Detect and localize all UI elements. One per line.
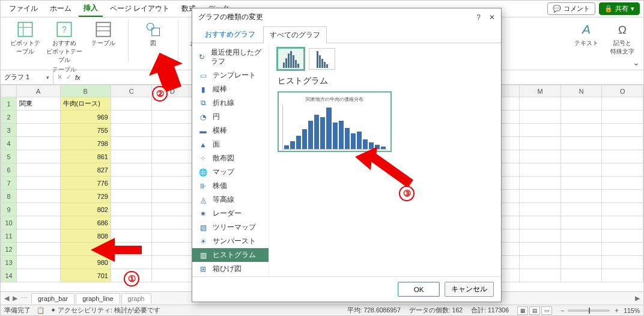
dialog-ok-button[interactable]: OK	[398, 282, 440, 297]
sheet-tab[interactable]: graph_line	[76, 293, 120, 303]
cell[interactable]	[17, 243, 61, 256]
cell[interactable]	[152, 177, 193, 190]
menu-home[interactable]: ホーム	[45, 1, 76, 16]
cell[interactable]	[520, 190, 561, 203]
cell[interactable]	[152, 163, 193, 177]
cell[interactable]	[602, 190, 643, 203]
cell[interactable]	[111, 124, 151, 137]
chart-category-item[interactable]: ☀サンバースト	[192, 234, 269, 248]
cell[interactable]: 802	[60, 203, 111, 216]
row-header[interactable]: 14	[1, 269, 17, 282]
status-accessibility[interactable]: ✦ アクセシビリティ: 検討が必要です	[50, 306, 160, 315]
cell[interactable]	[111, 203, 151, 216]
cell[interactable]	[561, 203, 602, 216]
cell[interactable]: 808	[60, 229, 111, 243]
cell[interactable]	[561, 97, 602, 111]
cell[interactable]: 827	[60, 163, 111, 177]
cell[interactable]	[520, 97, 561, 111]
cancel-formula-icon[interactable]: ✕	[57, 73, 62, 81]
sheet-tab[interactable]: graph	[121, 293, 151, 303]
chart-category-item[interactable]: 🌐マップ	[192, 165, 269, 179]
cell[interactable]	[152, 269, 193, 282]
row-header[interactable]: 8	[1, 190, 17, 203]
cell[interactable]	[561, 177, 602, 190]
cell[interactable]	[520, 137, 561, 150]
chart-category-item[interactable]: ▧ツリーマップ	[192, 220, 269, 234]
cell[interactable]	[17, 177, 61, 190]
cell[interactable]: 861	[60, 150, 111, 163]
ribbon-reco-pivot[interactable]: ? おすすめ ピボットテーブル	[45, 20, 84, 64]
cell[interactable]	[602, 216, 643, 229]
cell[interactable]	[152, 243, 193, 256]
cell[interactable]	[520, 124, 561, 137]
cell[interactable]	[152, 124, 193, 137]
cell[interactable]	[602, 137, 643, 150]
cell[interactable]: 701	[60, 269, 111, 282]
cell[interactable]	[111, 137, 151, 150]
row-header[interactable]: 10	[1, 216, 17, 229]
row-header[interactable]: 5	[1, 150, 17, 163]
menu-layout[interactable]: ページ レイアウト	[105, 1, 174, 16]
cell[interactable]	[602, 163, 643, 177]
ribbon-text[interactable]: A テキスト	[570, 20, 603, 56]
cell[interactable]: 980	[60, 256, 111, 269]
row-header[interactable]: 3	[1, 124, 17, 137]
cell[interactable]: 関東	[17, 97, 61, 111]
cell[interactable]	[602, 229, 643, 243]
cell[interactable]	[17, 111, 61, 124]
cell[interactable]	[561, 216, 602, 229]
zoom-level[interactable]: 115%	[624, 307, 640, 314]
cell[interactable]	[520, 269, 561, 282]
menu-insert[interactable]: 挿入	[79, 1, 103, 17]
cell[interactable]: 686	[60, 216, 111, 229]
cell[interactable]	[111, 97, 151, 111]
col-header[interactable]: N	[561, 85, 602, 97]
cell[interactable]	[520, 111, 561, 124]
chart-category-item[interactable]: ◔円	[192, 110, 269, 124]
cell[interactable]	[520, 216, 561, 229]
cell[interactable]	[111, 256, 151, 269]
cell[interactable]	[152, 190, 193, 203]
col-header[interactable]: M	[520, 85, 561, 97]
ribbon-table[interactable]: テーブル	[87, 20, 120, 47]
ribbon-symbol[interactable]: Ω 記号と 特殊文字	[606, 20, 639, 56]
cell[interactable]	[17, 190, 61, 203]
cell[interactable]: 776	[60, 177, 111, 190]
cell[interactable]	[520, 177, 561, 190]
chart-category-item[interactable]: ⊞箱ひげ図	[192, 262, 269, 276]
ribbon-collapse[interactable]: ⌄	[633, 58, 640, 67]
col-header[interactable]: C	[111, 85, 151, 97]
cell[interactable]	[111, 150, 151, 163]
chart-preview[interactable]: 関東地方の牛肉の価格分布	[278, 91, 392, 152]
row-header[interactable]: 1	[1, 97, 17, 111]
cell[interactable]	[520, 256, 561, 269]
chart-category-item[interactable]: ↻最近使用したグラフ	[192, 46, 269, 68]
cell[interactable]	[111, 216, 151, 229]
col-header[interactable]: O	[602, 85, 643, 97]
chart-category-item[interactable]: ⊪株価	[192, 179, 269, 193]
col-header[interactable]: B	[60, 85, 111, 97]
cell[interactable]	[602, 111, 643, 124]
zoom-in[interactable]: ＋	[613, 306, 620, 315]
cell[interactable]	[152, 256, 193, 269]
row-header[interactable]: 13	[1, 256, 17, 269]
cell[interactable]	[111, 163, 151, 177]
sheet-nav-more[interactable]: ⋯	[21, 294, 28, 302]
cell[interactable]	[17, 229, 61, 243]
sheet-tab[interactable]: graph_bar	[31, 293, 74, 303]
cell[interactable]	[111, 111, 151, 124]
zoom-out[interactable]: −	[560, 307, 564, 314]
cell[interactable]	[17, 150, 61, 163]
dialog-cancel-button[interactable]: キャンセル	[445, 282, 494, 297]
chart-category-item[interactable]: ◬等高線	[192, 193, 269, 207]
cell[interactable]: 牛肉(ロース)	[60, 97, 111, 111]
comments-button[interactable]: 💬 コメント	[547, 2, 595, 15]
cell[interactable]	[561, 190, 602, 203]
cell[interactable]: 729	[60, 190, 111, 203]
cell[interactable]: 798	[60, 137, 111, 150]
fx-icon[interactable]: fx	[75, 74, 80, 81]
dialog-tab-recommended[interactable]: おすすめグラフ	[198, 26, 262, 43]
chart-category-item[interactable]: ⁘散布図	[192, 151, 269, 165]
cell[interactable]	[520, 203, 561, 216]
view-break[interactable]: ▭	[541, 306, 552, 315]
